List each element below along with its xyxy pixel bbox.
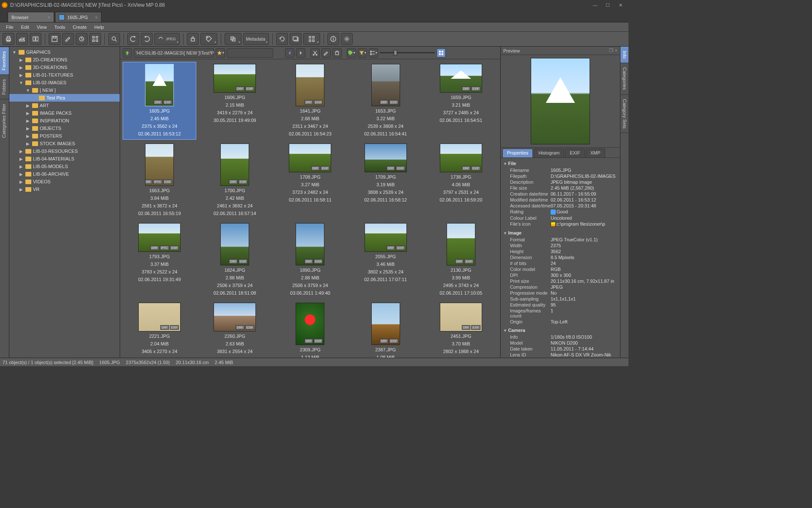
undock-icon[interactable]: ❐ [609,48,613,53]
thumbnail-cell[interactable]: DRFIPTCEXIF1663.JPG3.84 MiB2581 x 3872 x… [123,141,196,219]
refresh-icon[interactable] [276,33,288,45]
expand-icon[interactable]: ▶ [25,103,30,108]
expand-icon[interactable]: ▶ [19,149,24,154]
expand-icon[interactable]: ▼ [12,50,17,55]
show-files-icon[interactable] [290,33,302,45]
expand-icon[interactable]: ▶ [25,119,30,123]
metadata-button[interactable]: Metadata▾ [243,33,269,45]
thumbnail-cell[interactable]: DRFEXIF1641.JPG2.68 MiB2311 x 3467 x 240… [273,62,347,140]
thumbnail-cell[interactable]: DRFEXIF1605.JPG2.45 MiB2375 x 3562 x 240… [123,62,196,140]
thumbnail-cell[interactable]: DRFEXIF1709.JPG3.19 MiB3808 x 2539 x 240… [349,141,422,219]
tree-item[interactable]: ▶INSPIRATION [9,117,120,124]
sidetab-folders[interactable]: Folders [0,75,9,99]
close-pane-icon[interactable]: × [615,48,617,53]
menu-edit[interactable]: Edit [18,24,33,30]
thumbnail-cell[interactable]: DRFEXIF1890.JPG2.88 MiB2506 x 3759 x 240… [273,221,347,299]
expand-icon[interactable]: ▶ [19,187,24,192]
save-icon[interactable] [49,33,60,45]
batch-convert-icon[interactable] [76,33,88,45]
section-title[interactable]: Camera [503,326,617,334]
lock-icon[interactable] [187,33,199,45]
copy-to-icon[interactable]: ▾ [225,33,241,45]
tab-histogram[interactable]: Histogram [534,149,564,157]
thumbnail-cell[interactable]: DRFEXIF2260.JPG2.63 MiB3831 x 2554 x 24 [198,301,272,358]
contact-sheet-icon[interactable] [89,33,101,45]
expand-icon[interactable]: ▼ [19,80,24,85]
jpeg-lossless-button[interactable]: JPEG▾ [154,33,180,45]
expand-icon[interactable]: ▶ [19,179,24,184]
menu-file[interactable]: File [3,24,17,30]
view-mode-icon[interactable]: ▾ [303,33,320,45]
tree-item[interactable]: ▶POSTERS [9,132,120,140]
expand-icon[interactable]: ▶ [25,126,30,131]
print-icon[interactable] [3,33,14,45]
tree-item[interactable]: ▼LIB-02-IMAGES [9,79,120,86]
expand-icon[interactable]: ▶ [19,164,24,169]
expand-icon[interactable]: ▶ [25,111,30,116]
scan-icon[interactable] [16,33,28,45]
nav-up-icon[interactable] [123,48,132,58]
tab-close-icon[interactable]: × [95,15,98,20]
rsidetab-categories[interactable]: Categories [620,63,628,94]
expand-icon[interactable]: ▶ [19,58,24,62]
thumbnail-cell[interactable]: DRFEXIF2221.JPG2.04 MiB3405 x 2270 x 24 [123,301,196,358]
thumbnail-cell[interactable]: DRFEXIF1700.JPG2.42 MiB2461 x 3692 x 240… [198,141,272,219]
thumbnail-cell[interactable]: DRFEXIF1738.JPG4.06 MiB3797 x 2531 x 240… [424,141,498,219]
undo-icon[interactable] [127,33,139,45]
expand-icon[interactable]: ▶ [25,134,30,138]
expand-icon[interactable]: ▶ [19,73,24,77]
tree-item[interactable]: ▶OBJECTS [9,124,120,132]
batch-rename-icon[interactable] [62,33,74,45]
quick-search-input[interactable] [227,48,273,58]
search-icon[interactable] [108,33,120,45]
cut-icon[interactable] [310,48,320,58]
expand-icon[interactable]: ▶ [19,65,24,70]
favorite-star-icon[interactable]: ▾ [216,48,225,58]
delete-icon[interactable] [332,48,342,58]
tab-close-icon[interactable]: × [48,15,50,20]
nav-back-icon[interactable] [285,48,294,58]
thumbnail-cell[interactable]: DRFEXIF1708.JPG3.27 MiB3723 x 2482 x 240… [273,141,347,219]
tab-exif[interactable]: EXIF [565,149,584,157]
tree-item[interactable]: ▶LIB-06-ARCHIVE [9,170,120,178]
rsidetab-info[interactable]: Info [620,47,628,63]
thumbnail-cell[interactable]: DRFEXIF1653.JPG3.22 MiB2539 x 3808 x 240… [349,62,422,140]
thumbnail-cell[interactable]: DRFEXIF2451.JPG3.70 MiB2802 x 1868 x 24 [424,301,498,358]
tab-properties[interactable]: Properties [502,149,533,157]
thumbnail-zoom-slider[interactable] [380,48,435,58]
expand-icon[interactable]: ▶ [19,172,24,177]
tree-item[interactable]: ▶STOCK IMAGES [9,140,120,147]
expand-icon[interactable]: ▶ [25,141,30,146]
tab-browser[interactable]: Browser × [8,12,54,22]
menu-help[interactable]: Help [91,24,107,30]
settings-icon[interactable] [341,33,353,45]
redo-icon[interactable] [141,33,153,45]
tag-icon[interactable]: ▾ [200,33,217,45]
thumbnail-cell[interactable]: DRFEXIF1659.JPG3.21 MiB3727 x 2485 x 240… [424,62,498,140]
tree-item[interactable]: ▶LIB-04-MATERIALS [9,155,120,163]
rsidetab-category-sets[interactable]: Category Sets [620,95,628,133]
menu-create[interactable]: Create [69,24,90,30]
tree-item[interactable]: ▼[ NEW ] [9,86,120,94]
about-icon[interactable]: i [327,33,339,45]
close-button[interactable]: ✕ [614,1,627,9]
tree-item[interactable]: ▶2D-CREATIONS [9,56,120,64]
thumbnail-area[interactable]: DRFEXIF1605.JPG2.45 MiB2375 x 3562 x 240… [120,59,500,358]
thumbnail-cell[interactable]: DRFEXIF2130.JPG3.99 MiB2495 x 3743 x 240… [424,221,498,299]
tree-item[interactable]: Test Pics [9,94,120,102]
tab-xmp[interactable]: XMP [586,149,605,157]
tree-item[interactable]: ▼GRAPHICS [9,48,120,56]
expand-icon[interactable]: ▶ [19,157,24,161]
tree-item[interactable]: ▶VR [9,185,120,193]
section-title[interactable]: File [503,160,617,167]
edit-icon[interactable] [321,48,331,58]
tree-item[interactable]: ▶3D-CREATIONS [9,64,120,71]
tab-image[interactable]: 1605.JPG × [55,12,102,22]
filter-icon[interactable]: ▾ [358,48,367,58]
sort-icon[interactable]: ▾ [369,48,378,58]
expand-icon[interactable]: ▼ [25,88,30,93]
thumbnail-cell[interactable]: DRFEXIF1824.JPG2.88 MiB2506 x 3759 x 240… [198,221,272,299]
nav-forward-icon[interactable] [296,48,305,58]
section-title[interactable]: Image [503,229,617,237]
tree-item[interactable]: ▶VIDEOS [9,178,120,185]
